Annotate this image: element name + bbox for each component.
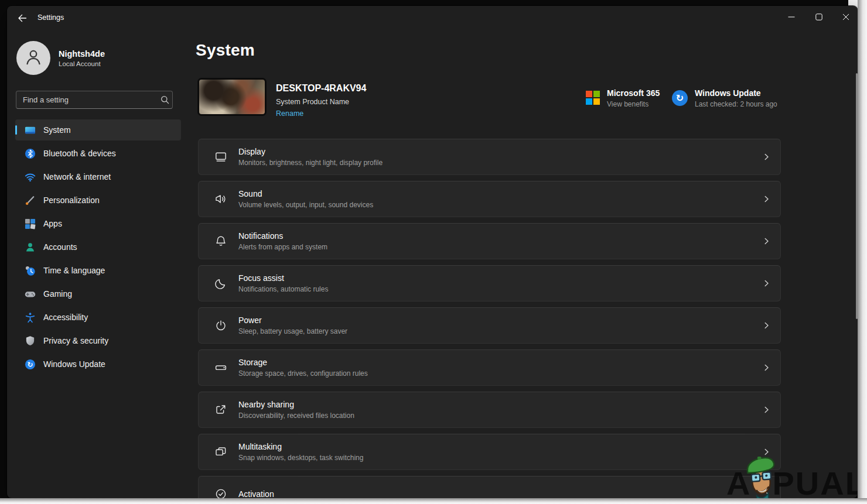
card-nearby-sharing[interactable]: Nearby sharingDiscoverability, received … <box>198 392 781 428</box>
nearby-sharing-icon <box>213 402 228 417</box>
maximize-button[interactable] <box>805 6 832 29</box>
card-subtitle: Volume levels, output, input, sound devi… <box>238 201 373 209</box>
chevron-right-icon <box>763 196 770 203</box>
microsoft-365-title: Microsoft 365 <box>607 88 660 98</box>
minimize-button[interactable] <box>778 6 805 29</box>
sidebar-item-gaming[interactable]: Gaming <box>15 283 181 304</box>
sidebar-item-label: Privacy & security <box>43 336 108 345</box>
card-subtitle: Monitors, brightness, night light, displ… <box>238 159 383 167</box>
user-icon <box>23 47 43 69</box>
card-title: Notifications <box>238 231 327 241</box>
sidebar-item-system[interactable]: System <box>15 119 181 140</box>
search-icon[interactable] <box>157 95 172 104</box>
device-product-name: System Product Name <box>276 98 349 106</box>
notifications-icon <box>213 234 228 249</box>
personalization-icon <box>25 195 36 206</box>
svg-text:↻: ↻ <box>28 360 33 368</box>
sidebar-item-accounts[interactable]: Accounts <box>15 236 181 258</box>
sidebar-item-privacy-security[interactable]: Privacy & security <box>15 330 181 351</box>
card-title: Sound <box>238 189 373 198</box>
windows-update-title: Windows Update <box>695 88 777 98</box>
apps-icon <box>25 218 36 229</box>
screenshot-edge-bottom <box>0 498 867 504</box>
card-subtitle: Storage space, drives, configuration rul… <box>238 369 368 378</box>
sidebar-item-label: System <box>43 125 71 135</box>
card-sound[interactable]: SoundVolume levels, output, input, sound… <box>198 181 781 217</box>
user-account-type: Local Account <box>59 60 105 67</box>
system-icon <box>25 125 36 136</box>
chevron-right-icon <box>763 238 770 245</box>
card-title: Focus assist <box>238 273 328 283</box>
rename-link[interactable]: Rename <box>276 109 303 118</box>
multitasking-icon <box>213 444 228 460</box>
accounts-icon <box>25 242 36 253</box>
activation-icon <box>213 486 228 498</box>
window-title: Settings <box>37 13 64 22</box>
close-button[interactable] <box>832 6 858 29</box>
network-icon <box>25 172 36 183</box>
card-title: Power <box>238 316 347 325</box>
windows-update-subtitle: Last checked: 2 hours ago <box>695 100 777 108</box>
card-subtitle: Notifications, automatic rules <box>238 285 328 293</box>
microsoft-365-subtitle[interactable]: View benefits <box>607 100 660 108</box>
accessibility-icon <box>25 312 36 323</box>
maximize-icon <box>815 13 822 22</box>
card-title: Nearby sharing <box>238 400 354 409</box>
watermark-text-right: PUALS <box>772 467 858 498</box>
chevron-right-icon <box>763 280 770 287</box>
card-power[interactable]: PowerSleep, battery usage, battery saver <box>198 307 781 344</box>
card-notifications[interactable]: NotificationsAlerts from apps and system <box>198 223 781 259</box>
sidebar-item-label: Gaming <box>43 289 72 299</box>
sidebar-nav: SystemBluetooth & devicesNetwork & inter… <box>15 119 181 377</box>
settings-card-list: DisplayMonitors, brightness, night light… <box>198 139 781 498</box>
bluetooth-icon <box>25 148 36 159</box>
card-title: Display <box>238 147 383 156</box>
sidebar-item-personalization[interactable]: Personalization <box>15 190 181 211</box>
card-display[interactable]: DisplayMonitors, brightness, night light… <box>198 139 781 175</box>
user-name: Nightsh4de <box>59 49 105 59</box>
chevron-right-icon <box>763 448 770 456</box>
sidebar-item-label: Accessibility <box>43 313 88 322</box>
avatar <box>16 41 50 75</box>
sidebar-item-label: Windows Update <box>43 359 105 369</box>
sidebar-item-bluetooth-devices[interactable]: Bluetooth & devices <box>15 143 181 164</box>
card-storage[interactable]: StorageStorage space, drives, configurat… <box>198 349 781 386</box>
sidebar-item-label: Personalization <box>43 196 100 205</box>
user-profile[interactable]: Nightsh4de Local Account <box>16 40 175 76</box>
sidebar-item-network-internet[interactable]: Network & internet <box>15 166 181 187</box>
storage-icon <box>213 360 228 375</box>
sidebar-item-accessibility[interactable]: Accessibility <box>15 307 181 328</box>
card-subtitle: Discoverability, received files location <box>238 412 354 420</box>
windows-update-promo[interactable]: ↻ Windows Update Last checked: 2 hours a… <box>672 88 777 108</box>
minimize-icon <box>788 13 795 22</box>
gaming-icon <box>25 289 36 300</box>
sidebar-item-time-language[interactable]: Time & language <box>15 260 181 281</box>
sidebar-item-label: Bluetooth & devices <box>43 149 116 158</box>
focus-assist-icon <box>213 276 228 291</box>
sidebar-item-apps[interactable]: Apps <box>15 213 181 234</box>
chevron-right-icon <box>763 153 770 161</box>
card-subtitle: Alerts from apps and system <box>238 243 327 251</box>
time-language-icon <box>25 265 36 276</box>
card-activation[interactable]: Activation <box>198 476 781 498</box>
chevron-right-icon <box>763 491 770 498</box>
sidebar-item-label: Time & language <box>43 266 105 275</box>
microsoft-365-promo[interactable]: Microsoft 365 View benefits <box>586 88 660 108</box>
back-button[interactable] <box>12 9 32 28</box>
page-title: System <box>196 41 255 60</box>
chevron-right-icon <box>763 364 770 372</box>
selected-indicator <box>15 125 17 135</box>
chevron-right-icon <box>763 406 770 414</box>
card-title: Multitasking <box>238 442 363 451</box>
power-icon <box>213 318 228 333</box>
close-icon <box>842 13 849 22</box>
card-title: Storage <box>238 358 368 367</box>
search-input[interactable] <box>16 95 157 104</box>
settings-window: Settings Nightsh4de Local Account System… <box>7 6 858 498</box>
screenshot-edge-right <box>858 0 867 504</box>
sidebar-item-label: Accounts <box>43 242 77 252</box>
card-multitasking[interactable]: MultitaskingSnap windows, desktops, task… <box>198 434 781 470</box>
card-focus-assist[interactable]: Focus assistNotifications, automatic rul… <box>198 265 781 301</box>
sidebar-item-windows-update[interactable]: ↻Windows Update <box>15 354 181 375</box>
sidebar-item-label: Network & internet <box>43 172 111 181</box>
